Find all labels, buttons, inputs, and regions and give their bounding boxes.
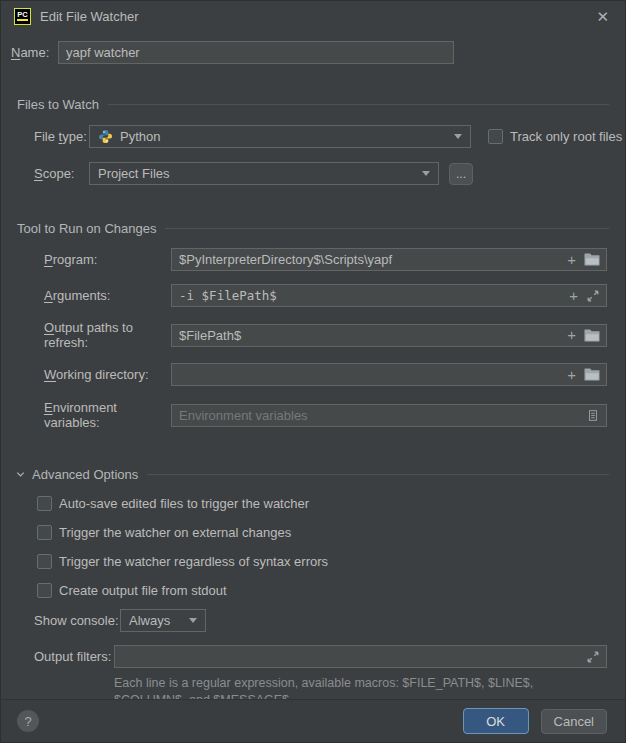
environment-variables-row: Environment variables: xyxy=(44,400,607,430)
expand-icon[interactable] xyxy=(586,289,600,303)
section-divider xyxy=(147,474,609,475)
scope-label: Scope: xyxy=(34,166,89,181)
trigger-syntax-errors-label: Trigger the watcher regardless of syntax… xyxy=(59,554,328,569)
file-type-combobox[interactable]: Python xyxy=(89,125,471,148)
track-root-checkbox[interactable] xyxy=(488,129,503,144)
arguments-label: Arguments: xyxy=(44,288,171,303)
file-type-value: Python xyxy=(120,129,160,144)
scope-row: Scope: Project Files ... xyxy=(34,162,625,185)
dialog-title: Edit File Watcher xyxy=(40,9,139,24)
show-console-label: Show console: xyxy=(34,613,120,628)
show-console-row: Show console: Always xyxy=(34,609,625,632)
help-icon[interactable]: ? xyxy=(17,710,39,732)
program-input[interactable] xyxy=(171,248,607,271)
section-divider xyxy=(165,228,609,229)
show-console-value: Always xyxy=(129,613,170,628)
python-file-icon xyxy=(98,129,113,144)
advanced-options-header[interactable]: Advanced Options xyxy=(15,466,609,482)
help-line-1: Each line is a regular expression, avail… xyxy=(114,675,545,692)
program-label: Program: xyxy=(44,252,171,267)
trigger-external-label: Trigger the watcher on external changes xyxy=(59,525,291,540)
section-divider xyxy=(108,104,609,105)
ok-button[interactable]: OK xyxy=(463,708,529,734)
insert-macro-icon[interactable]: + xyxy=(567,368,576,382)
browse-folder-icon[interactable] xyxy=(584,253,600,266)
working-directory-input[interactable] xyxy=(171,363,607,386)
working-directory-label: Working directory: xyxy=(44,367,171,382)
titlebar: PC Edit File Watcher ✕ xyxy=(1,1,625,31)
browse-folder-icon[interactable] xyxy=(584,329,600,342)
browse-variables-list-icon[interactable] xyxy=(586,408,600,423)
show-console-combobox[interactable]: Always xyxy=(120,609,206,632)
checkbox-row: Auto-save edited files to trigger the wa… xyxy=(37,496,625,511)
checkbox-row: Create output file from stdout xyxy=(37,583,625,598)
checkbox-row: Trigger the watcher regardless of syntax… xyxy=(37,554,625,569)
advanced-options-title: Advanced Options xyxy=(32,467,138,482)
environment-variables-input[interactable] xyxy=(171,404,607,427)
environment-variables-label: Environment variables: xyxy=(44,400,171,430)
tool-section-title: Tool to Run on Changes xyxy=(17,221,156,236)
auto-save-checkbox[interactable] xyxy=(37,496,52,511)
chevron-down-icon xyxy=(189,618,197,623)
insert-macro-icon[interactable]: + xyxy=(567,253,576,267)
cancel-button[interactable]: Cancel xyxy=(541,709,607,734)
name-label: Name: xyxy=(11,45,58,60)
insert-macro-icon[interactable]: + xyxy=(567,328,576,342)
chevron-down-icon xyxy=(422,171,430,176)
pycharm-logo-text: PC xyxy=(17,11,27,21)
output-filters-row: Output filters: xyxy=(34,645,607,668)
scope-combobox[interactable]: Project Files xyxy=(89,162,439,185)
arguments-input[interactable] xyxy=(171,284,607,307)
footer-bar: ? OK Cancel xyxy=(1,699,625,742)
trigger-external-checkbox[interactable] xyxy=(37,525,52,540)
output-filters-label: Output filters: xyxy=(34,649,114,664)
edit-file-watcher-dialog: PC Edit File Watcher ✕ Name: Files to Wa… xyxy=(0,0,626,743)
files-to-watch-title: Files to Watch xyxy=(17,97,99,112)
pycharm-logo-icon: PC xyxy=(14,8,31,25)
tool-section-header: Tool to Run on Changes xyxy=(17,220,609,236)
program-row: Program: + xyxy=(44,248,607,271)
checkbox-row: Trigger the watcher on external changes xyxy=(37,525,625,540)
scope-browse-button[interactable]: ... xyxy=(449,163,473,185)
create-output-file-checkbox[interactable] xyxy=(37,583,52,598)
chevron-down-icon xyxy=(15,469,26,480)
auto-save-label: Auto-save edited files to trigger the wa… xyxy=(59,496,309,511)
chevron-down-icon xyxy=(454,134,462,139)
output-filters-input[interactable] xyxy=(114,645,607,668)
create-output-file-label: Create output file from stdout xyxy=(59,583,227,598)
output-paths-input[interactable] xyxy=(171,324,607,347)
file-type-row: File type: Python Track only root files xyxy=(34,125,625,148)
files-to-watch-section-header: Files to Watch xyxy=(17,96,609,112)
file-type-label: File type: xyxy=(34,129,89,144)
insert-macro-icon[interactable]: + xyxy=(569,289,578,303)
track-root-label: Track only root files xyxy=(510,129,622,144)
output-paths-row: Output paths to refresh: + xyxy=(44,320,607,350)
close-icon[interactable]: ✕ xyxy=(592,7,613,26)
expand-icon[interactable] xyxy=(586,650,600,664)
arguments-row: Arguments: + xyxy=(44,284,607,307)
working-directory-row: Working directory: + xyxy=(44,363,607,386)
name-row: Name: xyxy=(11,41,607,64)
name-input[interactable] xyxy=(58,41,454,64)
trigger-syntax-errors-checkbox[interactable] xyxy=(37,554,52,569)
browse-folder-icon[interactable] xyxy=(584,368,600,381)
scope-value: Project Files xyxy=(98,166,170,181)
output-paths-label: Output paths to refresh: xyxy=(44,320,171,350)
